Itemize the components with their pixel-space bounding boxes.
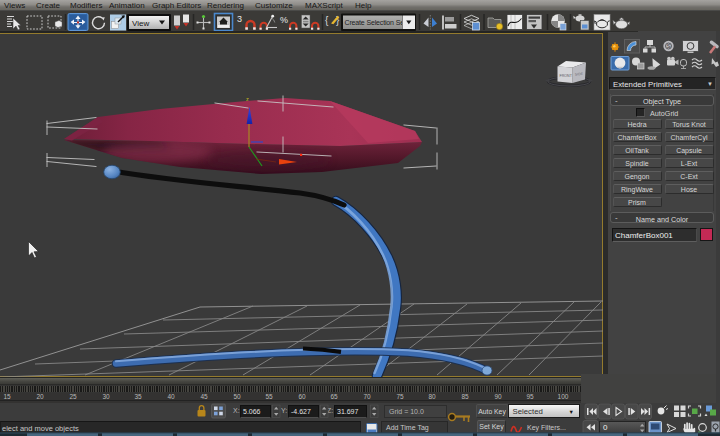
- svg-text:FRONT: FRONT: [560, 74, 573, 78]
- svg-text:z: z: [246, 96, 249, 102]
- svg-text:3: 3: [237, 14, 242, 24]
- svg-text:{: {: [325, 15, 329, 26]
- svg-text:View: View: [132, 19, 149, 28]
- svg-text:Create Selection Se: Create Selection Se: [345, 19, 405, 26]
- svg-text:SIDE: SIDE: [575, 72, 584, 77]
- svg-text:%: %: [280, 15, 288, 25]
- svg-text:S: S: [667, 43, 671, 49]
